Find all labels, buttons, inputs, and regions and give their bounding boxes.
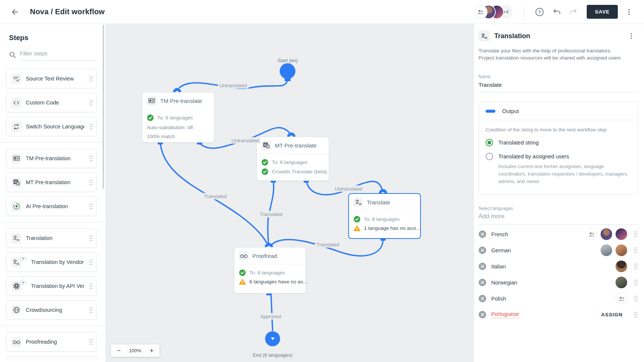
check-icon xyxy=(353,216,361,223)
avatar[interactable] xyxy=(616,244,627,256)
language-list: French German Italian xyxy=(479,226,638,323)
drag-handle-icon[interactable] xyxy=(634,247,638,254)
language-name: Polish xyxy=(491,296,611,302)
zoom-level: 100% xyxy=(127,344,144,357)
node-mt-pretranslate[interactable]: GA MT Pre-translate To: 6 languages Crow… xyxy=(256,137,329,181)
step-card-partial xyxy=(6,356,97,360)
vendor-badge: V xyxy=(21,256,26,261)
group-avatar[interactable] xyxy=(474,6,487,18)
language-row-german[interactable]: German xyxy=(479,242,638,258)
remove-icon[interactable] xyxy=(479,295,486,302)
step-card-custom-code[interactable]: Custom Code xyxy=(6,93,97,112)
drag-handle-icon[interactable] xyxy=(89,307,93,314)
translate-icon: A xyxy=(479,30,490,42)
remove-icon[interactable] xyxy=(479,279,486,286)
edge-label-translated: Translated xyxy=(315,241,341,248)
drag-handle-icon[interactable] xyxy=(89,99,93,106)
node-status-row: Auto-substitution: off xyxy=(147,125,210,130)
zoom-out-button[interactable]: − xyxy=(111,344,127,357)
step-card-source-text-review[interactable]: Source Text Review xyxy=(6,69,97,88)
add-language-input[interactable] xyxy=(479,211,638,225)
output-port-icon xyxy=(486,110,495,113)
step-card-translation-by-api-vendor[interactable]: V Translation by API Ven… xyxy=(6,276,97,296)
drag-handle-icon[interactable] xyxy=(634,279,638,286)
node-title: TM Pre-translate xyxy=(160,98,202,104)
step-card-translation[interactable]: A Translation xyxy=(6,228,97,248)
undo-icon[interactable] xyxy=(550,5,564,19)
radio-translated-by-assigned[interactable]: Translated by assigned users xyxy=(486,153,631,160)
step-settings-panel: A Translation Translate your files with … xyxy=(473,24,644,362)
drag-handle-icon[interactable] xyxy=(634,311,638,318)
node-translate[interactable]: A Translate To: 6 languages 1 language h… xyxy=(348,193,421,239)
vendor-badge: V xyxy=(21,280,26,285)
drag-handle-icon[interactable] xyxy=(634,263,638,270)
step-card-crowdsourcing[interactable]: Crowdsourcing xyxy=(6,300,97,320)
remove-icon[interactable] xyxy=(479,311,486,319)
divider xyxy=(523,6,524,18)
step-card-mt-pretranslation[interactable]: GA MT Pre-translation xyxy=(6,173,97,192)
back-arrow-icon[interactable] xyxy=(8,6,20,18)
language-row-italian[interactable]: Italian xyxy=(479,258,638,274)
node-header: GA MT Pre-translate xyxy=(257,137,329,154)
drag-handle-icon[interactable] xyxy=(89,155,93,162)
node-status-row: To: 6 languages xyxy=(239,269,301,276)
filter-steps-field xyxy=(9,49,97,61)
node-tm-pretranslate[interactable]: TM Pre-translate To: 6 languages Auto-su… xyxy=(142,92,215,143)
kebab-menu-icon[interactable] xyxy=(622,5,636,19)
kebab-menu-icon[interactable] xyxy=(625,29,638,43)
radio-selected-icon[interactable] xyxy=(486,139,493,146)
zoom-in-button[interactable]: + xyxy=(144,344,160,357)
drag-handle-icon[interactable] xyxy=(89,283,93,290)
drag-handle-icon[interactable] xyxy=(89,75,93,82)
assign-button[interactable]: ASSIGN xyxy=(601,312,623,317)
start-node[interactable] xyxy=(280,63,295,79)
language-row-portuguese[interactable]: Portuguese ASSIGN xyxy=(479,307,638,323)
drag-handle-icon[interactable] xyxy=(89,203,93,210)
step-card-translation-by-vendor[interactable]: AV Translation by Vendor xyxy=(6,252,97,272)
help-icon[interactable]: ? xyxy=(533,5,546,19)
drag-handle-icon[interactable] xyxy=(89,259,93,266)
radio-unselected-icon[interactable] xyxy=(486,153,493,160)
workflow-canvas[interactable]: Start (en) Untranslated Untranslated Unt… xyxy=(106,24,473,362)
group-avatar[interactable] xyxy=(616,293,627,304)
node-body: To: 6 languages 6 languages have no as… xyxy=(234,264,306,290)
end-node[interactable] xyxy=(265,331,280,346)
avatar[interactable] xyxy=(601,244,612,256)
group-avatar[interactable] xyxy=(586,228,597,240)
step-label: AI Pre-translation xyxy=(26,203,84,209)
language-row-polish[interactable]: Polish xyxy=(479,290,638,307)
avatar[interactable] xyxy=(616,277,627,288)
drag-handle-icon[interactable] xyxy=(634,231,638,238)
sidebar-scrollbar[interactable] xyxy=(103,25,104,189)
step-card-proofreading[interactable]: Proofreading xyxy=(6,332,97,352)
language-row-french[interactable]: French xyxy=(479,226,638,242)
drag-handle-icon[interactable] xyxy=(89,338,93,346)
language-row-norwegian[interactable]: Norwegian xyxy=(479,274,638,290)
status-text: To: 6 languages xyxy=(157,115,193,121)
remove-icon[interactable] xyxy=(479,230,486,238)
filter-steps-input[interactable] xyxy=(20,49,97,61)
save-button[interactable]: SAVE xyxy=(587,5,618,19)
remove-icon[interactable] xyxy=(479,246,486,254)
step-card-tm-pretranslation[interactable]: TM Pre-translation xyxy=(6,149,97,168)
step-card-switch-source-language[interactable]: Switch Source Language xyxy=(6,117,97,136)
step-card-ai-pretranslation[interactable]: AI Pre-translation xyxy=(6,197,97,216)
edge-label-untranslated: Untranslated xyxy=(218,82,249,89)
avatar[interactable] xyxy=(601,228,612,240)
node-proofread[interactable]: Proofread To: 6 languages 6 languages ha… xyxy=(234,247,306,293)
name-input[interactable] xyxy=(479,79,638,92)
output-card-header: Output xyxy=(479,102,638,120)
drag-handle-icon[interactable] xyxy=(634,295,638,302)
node-title: Translate xyxy=(367,199,390,206)
remove-icon[interactable] xyxy=(479,262,486,270)
avatar[interactable] xyxy=(616,228,627,240)
node-header: A Translate xyxy=(349,194,420,211)
drag-handle-icon[interactable] xyxy=(89,123,93,130)
drag-handle-icon[interactable] xyxy=(89,179,93,186)
drag-handle-icon[interactable] xyxy=(89,235,93,242)
mt-icon: GA xyxy=(11,177,21,188)
radio-translated-string[interactable]: Translated string xyxy=(486,139,631,146)
avatar[interactable] xyxy=(616,261,627,272)
status-text: 100% match xyxy=(147,134,175,139)
svg-text:A: A xyxy=(484,36,487,40)
